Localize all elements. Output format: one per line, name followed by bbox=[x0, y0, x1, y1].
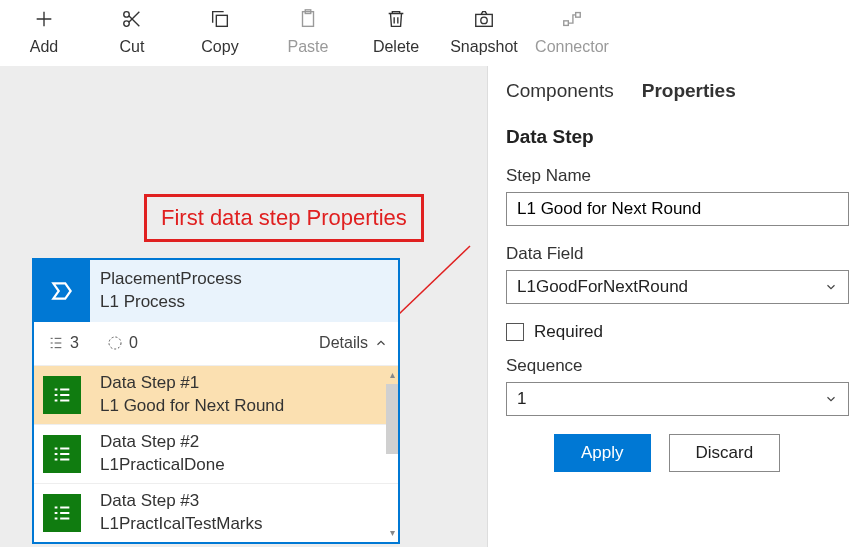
panel-tabs: Components Properties bbox=[506, 80, 849, 104]
chevron-up-icon bbox=[374, 336, 388, 350]
steps-count: 3 bbox=[48, 334, 79, 352]
add-label: Add bbox=[30, 38, 58, 56]
step-name-input[interactable] bbox=[506, 192, 849, 226]
discard-button[interactable]: Discard bbox=[669, 434, 781, 472]
snapshot-label: Snapshot bbox=[450, 38, 518, 56]
snapshot-button[interactable]: Snapshot bbox=[440, 6, 528, 56]
svg-point-10 bbox=[109, 337, 121, 349]
form-icon bbox=[34, 425, 90, 483]
sequence-value: 1 bbox=[517, 389, 526, 409]
process-subtitle: L1 Process bbox=[100, 291, 242, 314]
connector-button[interactable]: Connector bbox=[528, 6, 616, 56]
svg-point-6 bbox=[481, 17, 487, 23]
data-field-value: L1GoodForNextRound bbox=[517, 277, 688, 297]
details-toggle[interactable]: Details bbox=[319, 334, 388, 352]
required-label: Required bbox=[534, 322, 603, 342]
process-titles: PlacementProcess L1 Process bbox=[90, 260, 252, 322]
delete-label: Delete bbox=[373, 38, 419, 56]
step-title: Data Step #2 bbox=[100, 431, 388, 454]
data-field-label: Data Field bbox=[506, 244, 849, 264]
step-title: Data Step #1 bbox=[100, 372, 388, 395]
connector-icon bbox=[561, 6, 583, 32]
list-icon bbox=[48, 335, 64, 351]
section-title: Data Step bbox=[506, 126, 849, 148]
copy-button[interactable]: Copy bbox=[176, 6, 264, 56]
trash-icon bbox=[385, 6, 407, 32]
process-header[interactable]: PlacementProcess L1 Process bbox=[34, 260, 398, 322]
plus-icon bbox=[33, 6, 55, 32]
step-row-3[interactable]: Data Step #3 L1PractIcalTestMarks bbox=[34, 484, 398, 542]
annotation-box: First data step Properties bbox=[144, 194, 424, 242]
chevron-tag-icon bbox=[34, 260, 90, 322]
branch-count: 0 bbox=[107, 334, 138, 352]
svg-rect-2 bbox=[216, 15, 227, 26]
clipboard-icon bbox=[297, 6, 319, 32]
required-checkbox[interactable]: Required bbox=[506, 322, 849, 342]
connector-label: Connector bbox=[535, 38, 609, 56]
delete-button[interactable]: Delete bbox=[352, 6, 440, 56]
step-list: Data Step #1 L1 Good for Next Round Data… bbox=[34, 366, 398, 542]
step-subtitle: L1PractIcalTestMarks bbox=[100, 513, 388, 536]
cut-label: Cut bbox=[120, 38, 145, 56]
scissors-icon bbox=[121, 6, 143, 32]
tab-components[interactable]: Components bbox=[506, 80, 614, 104]
cut-button[interactable]: Cut bbox=[88, 6, 176, 56]
sequence-label: Sequence bbox=[506, 356, 849, 376]
form-icon bbox=[34, 366, 90, 424]
checkbox-icon bbox=[506, 323, 524, 341]
copy-icon bbox=[209, 6, 231, 32]
tab-properties[interactable]: Properties bbox=[642, 80, 736, 104]
step-row-1[interactable]: Data Step #1 L1 Good for Next Round bbox=[34, 366, 398, 425]
form-icon bbox=[34, 484, 90, 542]
dashed-circle-icon bbox=[107, 335, 123, 351]
step-subtitle: L1PracticalDone bbox=[100, 454, 388, 477]
step-name-label: Step Name bbox=[506, 166, 849, 186]
button-row: Apply Discard bbox=[506, 434, 849, 472]
process-stats-bar: 3 0 Details bbox=[34, 322, 398, 366]
svg-rect-7 bbox=[564, 21, 569, 26]
sequence-select[interactable]: 1 bbox=[506, 382, 849, 416]
paste-button[interactable]: Paste bbox=[264, 6, 352, 56]
chevron-down-icon bbox=[824, 392, 838, 406]
step-subtitle: L1 Good for Next Round bbox=[100, 395, 388, 418]
process-card[interactable]: PlacementProcess L1 Process 3 0 Details bbox=[32, 258, 400, 544]
svg-rect-5 bbox=[476, 14, 493, 26]
step-title: Data Step #3 bbox=[100, 490, 388, 513]
apply-button[interactable]: Apply bbox=[554, 434, 651, 472]
chevron-down-icon bbox=[824, 280, 838, 294]
camera-icon bbox=[473, 6, 495, 32]
step-row-2[interactable]: Data Step #2 L1PracticalDone bbox=[34, 425, 398, 484]
svg-rect-8 bbox=[576, 13, 581, 18]
paste-label: Paste bbox=[288, 38, 329, 56]
data-field-select[interactable]: L1GoodForNextRound bbox=[506, 270, 849, 304]
copy-label: Copy bbox=[201, 38, 238, 56]
add-button[interactable]: Add bbox=[0, 6, 88, 56]
properties-panel: Components Properties Data Step Step Nam… bbox=[487, 66, 867, 547]
toolbar: Add Cut Copy Paste Delete Snapshot Conne… bbox=[0, 0, 867, 71]
process-title: PlacementProcess bbox=[100, 268, 242, 291]
